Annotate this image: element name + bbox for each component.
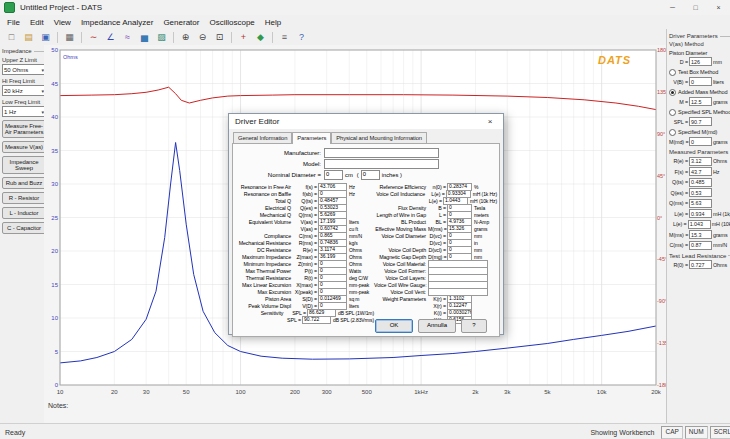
- dialog-titlebar[interactable]: Driver Editor ×: [229, 114, 503, 129]
- bar-graph-icon[interactable]: ▅: [137, 31, 152, 44]
- menu-view[interactable]: View: [49, 17, 76, 28]
- menu-help[interactable]: Help: [260, 17, 286, 28]
- measured-value: 1.043: [688, 220, 711, 229]
- param-row: Maximum ImpedanceZ(max) =36.199Ohms: [237, 253, 374, 260]
- radio-icon[interactable]: [669, 69, 676, 76]
- model-input[interactable]: [324, 159, 439, 169]
- param-label: Voice Coil Material:: [374, 261, 428, 267]
- menu-impedance-analyzer[interactable]: Impedance Analyzer: [76, 17, 159, 28]
- param-row: BL ProductBL =4.9736N-Amp: [374, 218, 497, 225]
- help-icon[interactable]: ?: [294, 31, 309, 44]
- menu-edit[interactable]: Edit: [25, 17, 49, 28]
- measured-param-row: Q(ts) =0.485: [669, 178, 730, 187]
- param-symbol: D(vcl) =: [428, 247, 447, 253]
- radio-icon[interactable]: [669, 129, 676, 136]
- parameter-columns: Resonance in Free Airf(s) =43.706HzReson…: [237, 183, 495, 323]
- dialog-close-button[interactable]: ×: [477, 114, 503, 129]
- measured-parameters-title: Measured Parameters: [669, 149, 730, 155]
- nominal-diameter-inches-input[interactable]: 0: [361, 170, 380, 180]
- zoom-fit-icon[interactable]: ⊡: [212, 31, 227, 44]
- manufacturer-input[interactable]: [324, 148, 439, 158]
- method-value-input[interactable]: 0: [689, 77, 712, 86]
- param-symbol: L(e) =: [425, 198, 443, 204]
- parameters-tab-page: Manufacturer: Model: Nominal Diameter = …: [232, 143, 500, 337]
- keyboard-status-flags: CAPNUMSCRL: [661, 426, 730, 439]
- zoom-out-icon[interactable]: ⊖: [195, 31, 210, 44]
- impedance-sweep-button[interactable]: Impedance Sweep: [2, 156, 46, 174]
- rub-and-buzz-button[interactable]: Rub and Buzz: [2, 177, 46, 189]
- tab-general-information[interactable]: General Information: [233, 132, 292, 143]
- measured-value: 0.934: [689, 209, 712, 218]
- param-label: Max Linear Excursion: [237, 282, 293, 288]
- menu-file[interactable]: File: [2, 17, 25, 28]
- settings-icon[interactable]: ≡: [277, 31, 292, 44]
- low-freq-limit-select[interactable]: 1 Hz ▾: [2, 106, 46, 117]
- method-test-box-method[interactable]: Test Box Method: [669, 69, 730, 76]
- c-capacitor-button[interactable]: C - Capacitor: [2, 222, 46, 234]
- impedance-sweep-icon[interactable]: ∼: [86, 31, 101, 44]
- method-specified-m-md[interactable]: Specified M(md): [669, 129, 730, 136]
- window-controls: ─□×: [661, 0, 730, 15]
- print-icon[interactable]: ▦: [62, 31, 77, 44]
- param-label: Total Q: [237, 198, 293, 204]
- impedance-section-header[interactable]: Impedance: [2, 48, 46, 54]
- param-value-input[interactable]: 90.722: [302, 316, 331, 324]
- measured-param-row: L(e) =1.043mH (10k): [669, 220, 730, 229]
- param-label: Electrical Q: [237, 205, 293, 211]
- toolbar-separator: [272, 32, 273, 43]
- maximize-button[interactable]: □: [684, 0, 707, 15]
- overlay-plot-icon[interactable]: ≈: [120, 31, 135, 44]
- marker-icon[interactable]: ◆: [253, 31, 268, 44]
- tab-parameters[interactable]: Parameters: [292, 132, 331, 144]
- measure-free-air-parameters-button[interactable]: Measure Free-Air Parameters: [2, 120, 46, 138]
- method-value-input[interactable]: 126: [689, 57, 712, 66]
- param-row: Length of Wire in GapL =0meters: [374, 211, 497, 218]
- param-unit: grams: [713, 139, 730, 145]
- param-row: Peak Volume DisplV(D) =0liters: [237, 302, 374, 309]
- hi-freq-limit-select[interactable]: 20 kHz ▾: [2, 85, 46, 96]
- dialog-tab-strip: General InformationParametersPhysical an…: [229, 129, 503, 143]
- param-row: Weight ParametersK(r) =1.3102: [374, 295, 497, 302]
- method-value-input[interactable]: 0: [689, 137, 712, 146]
- param-symbol: Z(min) =: [293, 261, 318, 267]
- tab-physical-and-mounting-information[interactable]: Physical and Mounting Information: [331, 132, 427, 143]
- phase-plot-icon[interactable]: ∠: [103, 31, 118, 44]
- minimize-button[interactable]: ─: [661, 0, 684, 15]
- param-row: D(vc) =0in: [374, 239, 497, 246]
- new-file-icon[interactable]: □: [4, 31, 19, 44]
- impedance-axis-tick-label: 40: [51, 114, 58, 120]
- menu-generator[interactable]: Generator: [158, 17, 204, 28]
- measured-param-row: L(e) =0.934mH (1k): [669, 209, 730, 218]
- measure-v-as-button[interactable]: Measure V(as): [2, 141, 46, 153]
- method-value-input[interactable]: 12.5: [689, 97, 712, 106]
- save-icon[interactable]: ▣: [38, 31, 53, 44]
- close-button[interactable]: ×: [707, 0, 730, 15]
- param-symbol: K(i) =: [428, 310, 447, 316]
- param-unit: grams: [713, 99, 730, 105]
- method-label: Specified M(md): [678, 129, 717, 135]
- annulla-button[interactable]: Annulla: [418, 319, 456, 333]
- nominal-diameter-cm-input[interactable]: 0: [324, 170, 343, 180]
- waterfall-plot-icon[interactable]: ▨: [154, 31, 169, 44]
- l-inductor-button[interactable]: L - Inductor: [2, 207, 46, 219]
- radio-icon[interactable]: [669, 109, 676, 116]
- ok-button[interactable]: OK: [375, 319, 413, 333]
- menu-oscilloscope[interactable]: Oscilloscope: [204, 17, 259, 28]
- open-folder-icon[interactable]: ▤: [21, 31, 36, 44]
- method-label: Test Box Method: [678, 69, 718, 75]
- frequency-axis-tick-label: 5k: [544, 389, 551, 395]
- param-symbol: F(s) =: [669, 169, 688, 175]
- upper-z-limit-select[interactable]: 50 Ohms ▾: [2, 64, 46, 75]
- zoom-in-icon[interactable]: ⊕: [178, 31, 193, 44]
- cursor-icon[interactable]: +: [236, 31, 251, 44]
- -button[interactable]: ?: [461, 319, 487, 333]
- method-added-mass-method[interactable]: Added Mass Method: [669, 89, 730, 96]
- radio-selected-icon[interactable]: [669, 89, 676, 96]
- param-symbol: Q(ms) =: [669, 200, 688, 206]
- statusbar-right: Showing Workbench CAPNUMSCRL: [590, 426, 730, 439]
- method-specified-spl-method[interactable]: Specified SPL Method: [669, 109, 730, 116]
- method-value-input[interactable]: 90.7: [689, 117, 712, 126]
- r-resistor-button[interactable]: R - Resistor: [2, 192, 46, 204]
- titlebar[interactable]: Untitled Project - DATS ─□×: [0, 0, 730, 16]
- param-row: Flux DensityB =0Tesla: [374, 204, 497, 211]
